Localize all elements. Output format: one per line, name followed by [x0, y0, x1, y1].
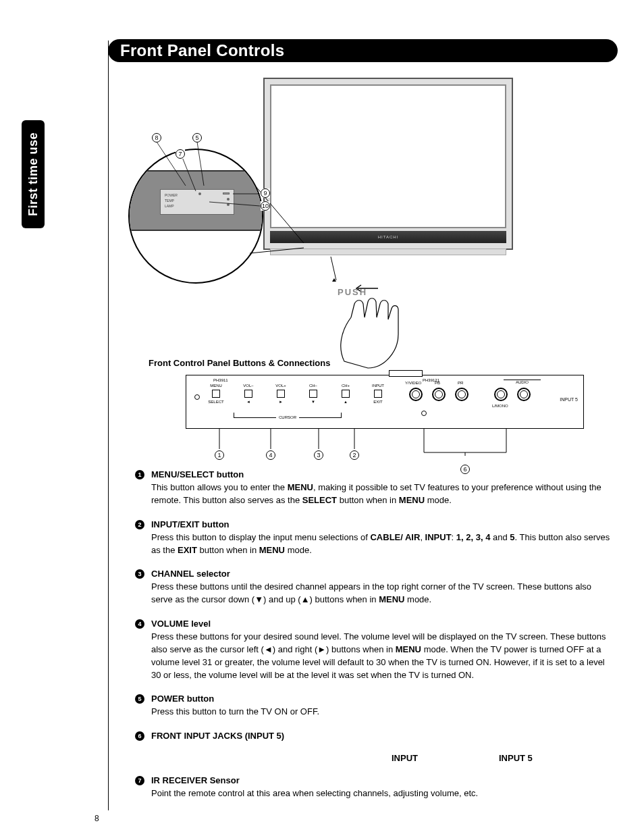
def-4-title: VOLUME level	[151, 619, 614, 629]
tv-bezel: HITACHI	[270, 231, 506, 243]
callout-4: 4	[266, 450, 275, 460]
def-7: 7 IR RECEIVER Sensor Point the remote co…	[135, 775, 614, 800]
tv-illustration: HITACHI	[263, 78, 513, 250]
btn-menu: MENUSELECT	[207, 384, 225, 404]
input-labels-row: INPUT INPUT 5	[392, 753, 614, 763]
def-6-title: FRONT INPUT JACKS (INPUT 5)	[151, 731, 614, 741]
btn-ch-up: CH+▲	[336, 384, 355, 404]
panel-subtitle: Front Control Panel Buttons & Connection…	[149, 358, 330, 368]
side-tab: First time use	[22, 120, 45, 228]
power-dot-icon	[198, 192, 201, 195]
callout-5: 5	[192, 133, 202, 142]
figure: HITACHI POWER TEMP LAMP	[128, 78, 601, 456]
panel-divider	[389, 370, 423, 377]
def-3-num: 3	[135, 569, 144, 579]
def-4-body: Press these buttons for your desired sou…	[151, 631, 614, 681]
def-6: 6 FRONT INPUT JACKS (INPUT 5)	[135, 731, 614, 741]
magnifier-detail: POWER TEMP LAMP	[128, 149, 263, 284]
page-number: 8	[95, 814, 99, 823]
model-left: PH3911	[213, 378, 228, 382]
tv-screen	[270, 84, 506, 228]
label-input5: INPUT 5	[499, 753, 533, 763]
def-2: 2 INPUT/EXIT button Press this button to…	[135, 519, 614, 557]
indicator-panel: POWER TEMP LAMP	[160, 189, 234, 215]
small-hole-icon	[421, 411, 427, 416]
tv-brand-label: HITACHI	[378, 235, 399, 239]
jack-yvideo-icon	[409, 388, 423, 401]
jack-yvideo-label: Y/VIDEO	[405, 381, 421, 385]
def-1-body: This button allows you to enter the MENU…	[151, 481, 614, 507]
def-2-title: INPUT/EXIT button	[151, 519, 614, 529]
callout-2: 2	[350, 450, 359, 460]
def-6-num: 6	[135, 731, 144, 741]
btn-ch-down: CH−▼	[304, 384, 323, 404]
audio-bracket: AUDIO	[504, 380, 541, 384]
jack-pb-icon	[432, 388, 446, 401]
def-1: 1 MENU/SELECT button This button allows …	[135, 469, 614, 507]
front-panel-diagram: PH3911 PH39121 MENUSELECT VOL−◄ VOL+► CH…	[186, 375, 584, 429]
input5-label: INPUT 5	[560, 397, 578, 402]
callout-5-num: 5	[192, 133, 202, 142]
jack-audio-l-icon	[494, 388, 508, 401]
lmono-label: L/MONO	[492, 404, 508, 408]
btn-vol-down: VOL−◄	[239, 384, 258, 404]
def-2-body: Press this button to display the input m…	[151, 531, 614, 557]
cursor-bracket: CURSOR	[234, 413, 342, 418]
jack-pr-label: PR	[458, 381, 463, 385]
temp-dot-icon	[227, 198, 230, 201]
def-4-num: 4	[135, 619, 144, 629]
jack-pb-label: PB	[435, 381, 440, 385]
def-3-body: Press these buttons until the desired ch…	[151, 581, 614, 606]
callout-10: 10	[261, 201, 270, 211]
def-5: 5 POWER button Press this button to turn…	[135, 694, 614, 719]
def-7-title: IR RECEIVER Sensor	[151, 775, 614, 785]
lamp-dot-icon	[227, 203, 230, 206]
lamp-label: LAMP	[165, 203, 174, 209]
audio-label: AUDIO	[516, 380, 529, 384]
jack-audio-r-icon	[517, 388, 531, 401]
btn-vol-up: VOL+►	[271, 384, 290, 404]
power-label: POWER	[165, 192, 178, 198]
def-3-title: CHANNEL selector	[151, 569, 614, 579]
callout-9-num: 9	[261, 188, 270, 198]
def-1-title: MENU/SELECT button	[151, 469, 614, 479]
definitions-list: 1 MENU/SELECT button This button allows …	[135, 469, 614, 812]
callout-10-num: 10	[261, 201, 270, 211]
cursor-label: CURSOR	[276, 415, 299, 419]
jack-pr-icon	[455, 388, 468, 401]
def-3: 3 CHANNEL selector Press these buttons u…	[135, 569, 614, 606]
temp-label: TEMP	[165, 198, 174, 203]
def-5-num: 5	[135, 694, 144, 704]
def-1-num: 1	[135, 470, 144, 479]
power-led-icon	[223, 192, 230, 194]
panel-jacks: Y/VIDEO PB PR L/MONO	[409, 388, 531, 401]
callout-7-num: 7	[176, 149, 185, 159]
tv-base	[270, 249, 506, 255]
panel-buttons: MENUSELECT VOL−◄ VOL+► CH−▼ CH+▲ INPUTEX…	[207, 384, 387, 404]
callout-8-num: 8	[152, 133, 161, 142]
btn-input: INPUTEXIT	[369, 384, 387, 404]
side-tab-label: First time use	[26, 132, 41, 216]
callout-7: 7	[176, 149, 185, 159]
def-4: 4 VOLUME level Press these buttons for y…	[135, 619, 614, 681]
def-5-title: POWER button	[151, 694, 614, 704]
ir-window-icon	[194, 394, 200, 400]
label-input: INPUT	[392, 753, 418, 763]
callout-8: 8	[152, 133, 161, 142]
def-7-num: 7	[135, 776, 144, 785]
callout-1: 1	[215, 450, 224, 460]
def-5-body: Press this button to turn the TV ON or O…	[151, 706, 614, 719]
callout-9: 9	[261, 188, 270, 198]
def-7-body: Point the remote control at this area wh…	[151, 787, 614, 800]
callout-3: 3	[314, 450, 323, 460]
def-2-num: 2	[135, 520, 144, 529]
content-area: HITACHI POWER TEMP LAMP	[108, 41, 618, 456]
